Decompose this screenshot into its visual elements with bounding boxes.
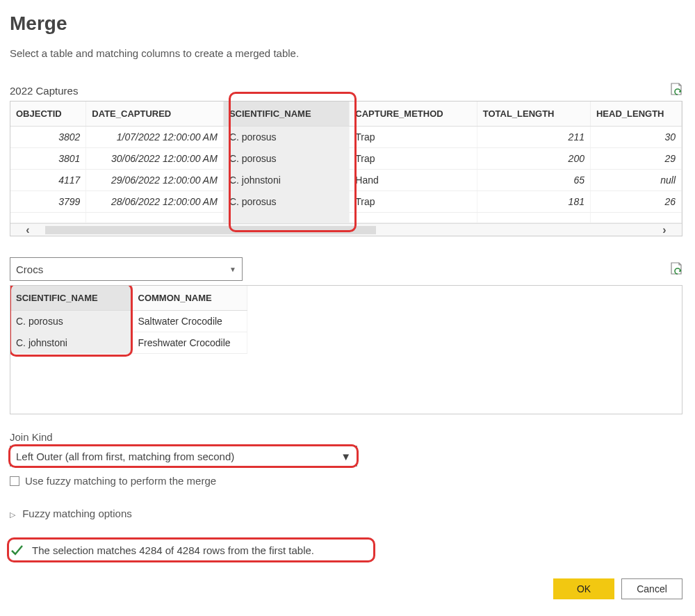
table-row[interactable]: 3801 30/06/2022 12:00:00 AM C. porosus T… <box>10 148 682 170</box>
table2-select[interactable]: Crocs ▼ <box>10 257 243 281</box>
scroll-right-icon[interactable]: › <box>647 224 682 236</box>
scroll-track[interactable] <box>45 226 647 234</box>
col-common-name[interactable]: COMMON_NAME <box>132 286 247 311</box>
fuzzy-options-expander[interactable]: Fuzzy matching options <box>10 508 682 519</box>
refresh-icon[interactable] <box>670 262 682 276</box>
col-date-captured[interactable]: DATE_CAPTURED <box>86 102 224 127</box>
table2-header-row[interactable]: SCIENTIFIC_NAME COMMON_NAME <box>10 286 247 311</box>
table-row[interactable]: 3799 28/06/2022 12:00:00 AM C. porosus T… <box>10 191 682 213</box>
col-objectid[interactable]: OBJECTID <box>10 102 86 127</box>
table1-preview[interactable]: OBJECTID DATE_CAPTURED SCIENTIFIC_NAME C… <box>10 101 682 236</box>
fuzzy-matching-label: Use fuzzy matching to perform the merge <box>25 475 216 487</box>
table-row[interactable]: C. porosus Saltwater Crocodile <box>10 311 247 332</box>
scroll-left-icon[interactable]: ‹ <box>10 224 45 236</box>
match-status-text: The selection matches 4284 of 4284 rows … <box>32 544 314 556</box>
table2-select-value: Crocs <box>16 264 43 275</box>
table-row[interactable]: 4117 29/06/2022 12:00:00 AM C. johnstoni… <box>10 170 682 191</box>
table2-preview[interactable]: SCIENTIFIC_NAME COMMON_NAME C. porosus S… <box>10 285 682 414</box>
fuzzy-matching-checkbox[interactable] <box>10 476 19 486</box>
fuzzy-expander-label: Fuzzy matching options <box>22 508 132 519</box>
table-row <box>10 213 682 223</box>
dialog-subtitle: Select a table and matching columns to c… <box>10 47 682 59</box>
refresh-icon[interactable] <box>670 83 682 97</box>
col-total-length[interactable]: TOTAL_LENGTH <box>477 102 590 127</box>
join-kind-select[interactable]: Left Outer (all from first, matching fro… <box>10 446 357 467</box>
col-capture-method[interactable]: CAPTURE_METHOD <box>350 102 477 127</box>
col-scientific-name[interactable]: SCIENTIFIC_NAME <box>223 102 349 127</box>
chevron-down-icon: ▼ <box>341 451 351 462</box>
join-kind-label: Join Kind <box>10 431 682 443</box>
table-row[interactable]: 3802 1/07/2022 12:00:00 AM C. porosus Tr… <box>10 127 682 148</box>
check-icon <box>10 543 24 557</box>
ok-button[interactable]: OK <box>553 578 614 599</box>
horizontal-scrollbar[interactable]: ‹ › <box>10 223 682 236</box>
col-scientific-name[interactable]: SCIENTIFIC_NAME <box>10 286 132 311</box>
table-row[interactable]: C. johnstoni Freshwater Crocodile <box>10 332 247 354</box>
dialog-title: Merge <box>10 13 682 35</box>
col-head-length[interactable]: HEAD_LENGTH <box>590 102 681 127</box>
table1-header-row[interactable]: OBJECTID DATE_CAPTURED SCIENTIFIC_NAME C… <box>10 102 682 127</box>
chevron-down-icon: ▼ <box>229 266 236 273</box>
table1-name: 2022 Captures <box>10 85 78 97</box>
cancel-button[interactable]: Cancel <box>621 578 682 599</box>
scroll-thumb[interactable] <box>45 226 376 234</box>
join-kind-value: Left Outer (all from first, matching fro… <box>16 451 234 462</box>
